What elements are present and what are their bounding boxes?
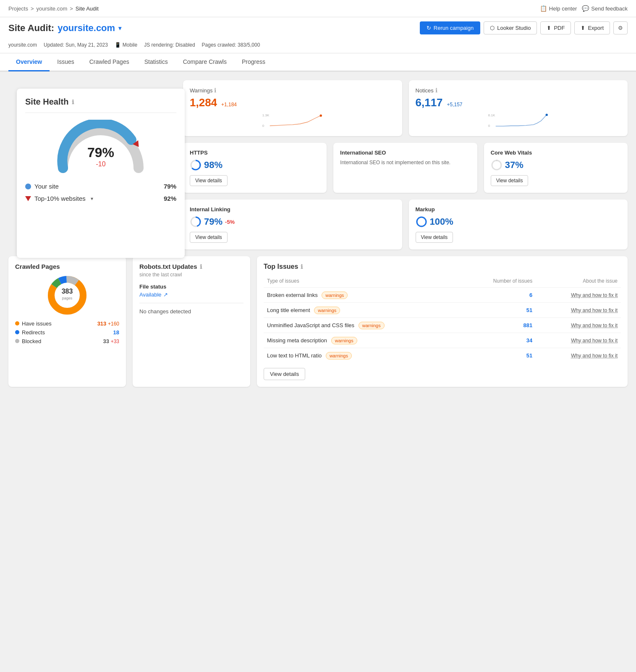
top10-chevron-icon[interactable]: ▾ <box>91 196 93 202</box>
notices-info-icon[interactable]: ℹ <box>435 87 437 94</box>
top10-label: Top-10% websites <box>34 195 86 202</box>
breadcrumb-projects[interactable]: Projects <box>8 5 28 12</box>
markup-title: Markup <box>416 206 621 213</box>
markup-view-details-button[interactable]: View details <box>416 232 453 243</box>
why-fix-link[interactable]: Why and how to fix it <box>571 323 618 328</box>
export-button[interactable]: ⬆ Export <box>574 21 610 34</box>
svg-text:1.3K: 1.3K <box>262 113 270 117</box>
col-count-header: Number of issues <box>462 276 536 288</box>
tab-compare-crawls[interactable]: Compare Crawls <box>175 53 234 71</box>
feedback-label: Send feedback <box>591 5 628 12</box>
issue-tag: warnings <box>326 352 352 360</box>
meta-domain: yoursite.com <box>8 42 37 48</box>
breadcrumb: Projects > yoursite.com > Site Audit <box>8 5 99 12</box>
settings-button[interactable]: ⚙ <box>613 21 628 34</box>
gauge-percent: 79% <box>87 145 114 160</box>
top10-value: 92% <box>164 195 176 202</box>
svg-text:0: 0 <box>488 124 490 128</box>
crawled-pages-title: Crawled Pages <box>15 263 119 270</box>
internal-linking-delta: -5% <box>225 219 235 225</box>
redirects-label: Redirects <box>22 329 45 336</box>
top-issues-view-details-button[interactable]: View details <box>264 368 305 380</box>
your-site-label: Your site <box>34 183 59 190</box>
issue-tag: warnings <box>314 307 340 314</box>
crawled-legend: Have issues 313 +160 Redirects 18 Blocke… <box>15 320 119 344</box>
top10-triangle-icon <box>25 196 31 201</box>
issue-count: 881 <box>462 318 536 333</box>
cwv-value: 37% <box>505 160 523 171</box>
refresh-icon: ↻ <box>427 25 431 31</box>
svg-text:pages: pages <box>62 296 73 300</box>
looker-icon: ⬡ <box>490 25 495 31</box>
tab-crawled-pages[interactable]: Crawled Pages <box>82 53 137 71</box>
domain-chevron-icon[interactable]: ▾ <box>118 25 121 32</box>
pdf-button[interactable]: ⬆ PDF <box>540 21 571 34</box>
markup-circle-icon <box>416 216 427 228</box>
issue-tag: warnings <box>322 291 348 299</box>
https-value: 98% <box>204 160 222 171</box>
gauge-container: 79% -10 <box>25 120 176 170</box>
why-fix-link[interactable]: Why and how to fix it <box>571 353 618 359</box>
mobile-icon: 📱 <box>115 42 121 48</box>
issue-count: 34 <box>462 333 536 348</box>
warnings-info-icon[interactable]: ℹ <box>214 87 216 94</box>
table-row: Missing meta description warnings 34 Why… <box>264 333 621 348</box>
breadcrumb-domain[interactable]: yoursite.com <box>37 5 68 12</box>
site-health-title: Site Health <box>25 97 68 107</box>
meta-pages: Pages crawled: 383/5,000 <box>202 42 260 48</box>
help-center-link[interactable]: 📋 Help center <box>540 5 577 12</box>
robots-info-icon[interactable]: ℹ <box>200 263 202 270</box>
upload-icon: ⬆ <box>547 25 551 31</box>
markup-value: 100% <box>430 216 453 227</box>
breadcrumb-sep2: > <box>70 5 73 12</box>
why-fix-link[interactable]: Why and how to fix it <box>571 338 618 344</box>
https-title: HTTPS <box>190 150 320 156</box>
internal-linking-view-details-button[interactable]: View details <box>190 232 228 243</box>
have-issues-label: Have issues <box>22 320 52 327</box>
notices-card: Notices ℹ 6,117 +5,157 6.1K 0 <box>409 80 628 136</box>
svg-text:6.1K: 6.1K <box>488 113 495 117</box>
issue-tag: warnings <box>359 322 385 329</box>
international-seo-title: International SEO <box>340 150 470 156</box>
have-issues-count: 313 <box>97 320 107 327</box>
crawled-donut-chart: 383 pages <box>46 274 88 316</box>
file-status-title: File status <box>139 284 243 290</box>
international-seo-desc: International SEO is not implemented on … <box>340 159 470 166</box>
https-view-details-button[interactable]: View details <box>190 175 228 186</box>
tab-progress[interactable]: Progress <box>234 53 273 71</box>
why-fix-link[interactable]: Why and how to fix it <box>571 307 618 313</box>
markup-card: Markup 100% View details <box>409 200 628 249</box>
rerun-campaign-button[interactable]: ↻ Rerun campaign <box>420 21 480 34</box>
svg-text:0: 0 <box>262 124 264 128</box>
notices-delta: +5,157 <box>447 102 462 108</box>
top-issues-title: Top Issues <box>264 263 298 270</box>
blocked-count: 33 <box>103 338 109 344</box>
internal-linking-card: Internal Linking 79% -5% View details <box>183 200 402 249</box>
meta-device: 📱 Mobile <box>115 42 137 48</box>
warnings-card: Warnings ℹ 1,284 +1,184 1.3K 0 <box>183 80 402 136</box>
send-feedback-button[interactable]: 💬 Send feedback <box>582 5 628 12</box>
tab-issues[interactable]: Issues <box>50 53 81 71</box>
meta-bar: yoursite.com Updated: Sun, May 21, 2023 … <box>0 39 636 53</box>
tab-statistics[interactable]: Statistics <box>137 53 175 71</box>
notices-value: 6,117 <box>416 96 443 109</box>
svg-point-3 <box>320 115 322 117</box>
robots-title-text: Robots.txt Updates <box>139 263 197 270</box>
internal-linking-value: 79% <box>204 216 222 227</box>
international-seo-card: International SEO International SEO is n… <box>333 143 477 193</box>
available-link[interactable]: Available ↗ <box>139 291 243 298</box>
looker-studio-button[interactable]: ⬡ Looker Studio <box>484 21 537 34</box>
site-health-info-icon[interactable]: ℹ <box>72 99 74 105</box>
table-row: Broken external links warnings 6 Why and… <box>264 288 621 303</box>
export-icon: ⬆ <box>581 25 585 31</box>
have-issues-dot <box>15 321 19 326</box>
top-issues-info-icon[interactable]: ℹ <box>301 263 303 270</box>
cwv-view-details-button[interactable]: View details <box>491 175 529 186</box>
https-card: HTTPS 98% View details <box>183 143 327 193</box>
issue-count: 51 <box>462 348 536 363</box>
tab-overview[interactable]: Overview <box>8 53 50 71</box>
cwv-circle-icon <box>491 159 503 171</box>
why-fix-link[interactable]: Why and how to fix it <box>571 292 618 298</box>
svg-text:383: 383 <box>62 288 73 295</box>
domain-selector[interactable]: yoursite.com <box>58 23 115 34</box>
